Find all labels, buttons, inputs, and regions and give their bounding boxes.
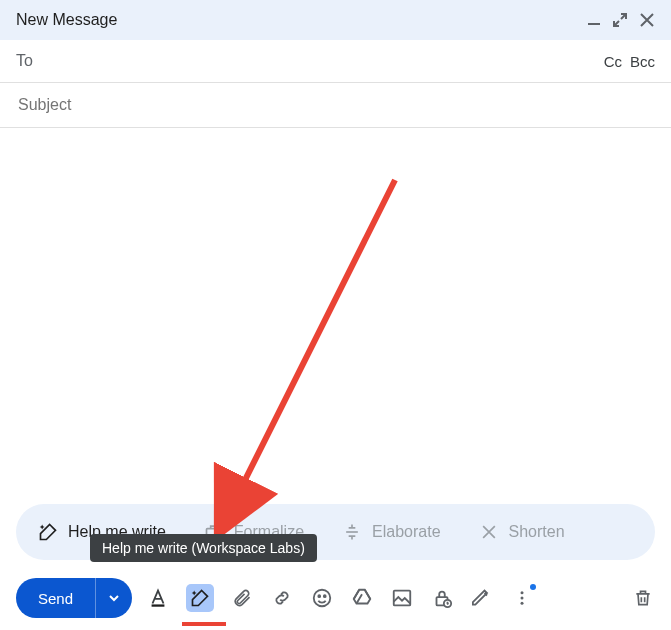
discard-draft-icon[interactable] [631, 586, 655, 610]
shorten-icon [479, 522, 499, 542]
close-icon[interactable] [639, 12, 655, 28]
insert-photo-icon[interactable] [390, 586, 414, 610]
svg-point-6 [324, 595, 326, 597]
svg-point-11 [521, 597, 524, 600]
window-title: New Message [16, 11, 117, 29]
svg-point-5 [318, 595, 320, 597]
insert-signature-icon[interactable] [470, 586, 494, 610]
compose-toolbar: Send [16, 574, 655, 622]
expand-icon[interactable] [613, 13, 627, 27]
formatting-icons [146, 584, 534, 612]
shorten-button[interactable]: Shorten [461, 514, 583, 550]
insert-link-icon[interactable] [270, 586, 294, 610]
recipients-row[interactable]: To Cc Bcc [0, 40, 671, 83]
bcc-button[interactable]: Bcc [630, 53, 655, 70]
svg-line-1 [230, 180, 395, 510]
window-controls [587, 12, 655, 28]
insert-drive-icon[interactable] [350, 586, 374, 610]
minimize-icon[interactable] [587, 13, 601, 27]
attach-file-icon[interactable] [230, 586, 254, 610]
svg-point-4 [314, 590, 331, 607]
subject-row[interactable] [0, 83, 671, 128]
insert-emoji-icon[interactable] [310, 586, 334, 610]
svg-rect-0 [588, 23, 600, 25]
shorten-label: Shorten [509, 523, 565, 541]
send-button[interactable]: Send [16, 578, 95, 618]
elaborate-button[interactable]: Elaborate [324, 514, 459, 550]
confidential-mode-icon[interactable] [430, 586, 454, 610]
chevron-down-icon [108, 592, 120, 604]
text-format-icon[interactable] [146, 586, 170, 610]
subject-input[interactable] [16, 95, 463, 115]
elaborate-label: Elaborate [372, 523, 441, 541]
svg-point-10 [521, 591, 524, 594]
svg-point-12 [521, 602, 524, 605]
send-options-button[interactable] [95, 578, 132, 618]
cc-bcc-group: Cc Bcc [604, 53, 655, 70]
compose-header: New Message [0, 0, 671, 40]
elaborate-icon [342, 522, 362, 542]
more-options-icon[interactable] [510, 586, 534, 610]
pencil-sparkle-icon [38, 522, 58, 542]
svg-rect-3 [152, 604, 165, 606]
help-me-write-tooltip: Help me write (Workspace Labs) [90, 534, 317, 562]
to-label: To [16, 52, 33, 70]
help-me-write-icon[interactable] [186, 584, 214, 612]
annotation-underline [182, 622, 226, 626]
send-cluster: Send [16, 578, 132, 618]
annotation-arrow [205, 175, 425, 535]
cc-button[interactable]: Cc [604, 53, 622, 70]
